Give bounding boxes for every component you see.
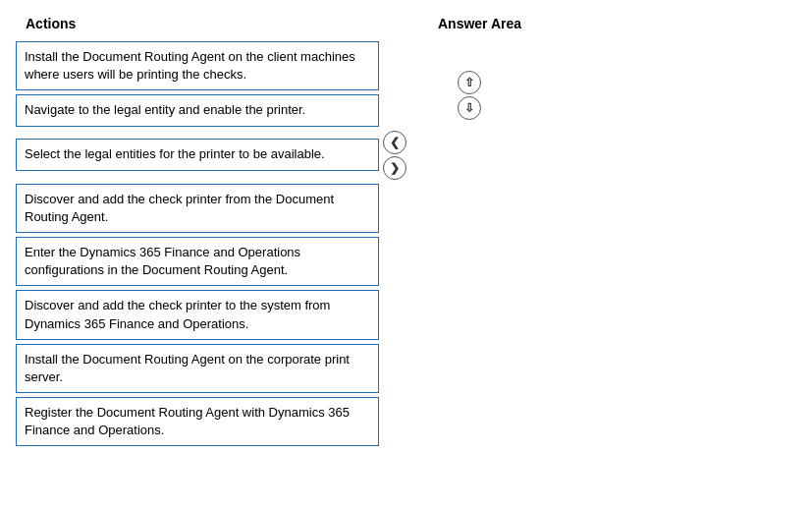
action-item-1[interactable]: Install the Document Routing Agent on th… [16,41,379,90]
answer-area-content: ⇧ ⇩ [438,41,796,120]
answer-header: Answer Area [438,16,796,31]
action-item-1-text: Install the Document Routing Agent on th… [25,49,355,82]
action-item-4[interactable]: Discover and add the check printer from … [16,184,379,233]
action-item-5[interactable]: Enter the Dynamics 365 Finance and Opera… [16,237,379,286]
action-item-6-text: Discover and add the check printer to th… [25,298,330,330]
transfer-right-button[interactable]: ❯ [383,156,406,180]
answer-column: Answer Area ⇧ ⇩ [408,16,796,450]
answer-down-button[interactable]: ⇩ [458,96,481,120]
action-item-8-text: Register the Document Routing Agent with… [25,405,350,437]
transfer-arrows: ❮ ❯ [383,131,406,180]
action-item-3-text: Select the legal entities for the printe… [25,146,325,161]
answer-up-button[interactable]: ⇧ [458,71,481,94]
action-item-7[interactable]: Install the Document Routing Agent on th… [16,344,379,393]
answer-sort-arrows: ⇧ ⇩ [458,71,481,120]
action-item-7-text: Install the Document Routing Agent on th… [25,352,350,384]
action-item-8[interactable]: Register the Document Routing Agent with… [16,397,379,446]
action-item-2-text: Navigate to the legal entity and enable … [25,102,305,117]
action-item-2[interactable]: Navigate to the legal entity and enable … [16,94,379,126]
action-item-4-text: Discover and add the check printer from … [25,192,334,224]
action-item-6[interactable]: Discover and add the check printer to th… [16,290,379,339]
action-item-5-text: Enter the Dynamics 365 Finance and Opera… [25,245,300,277]
actions-column: Actions Install the Document Routing Age… [16,16,408,450]
actions-header: Actions [16,16,408,31]
main-layout: Actions Install the Document Routing Age… [16,16,796,450]
action-item-3-wrapper: Select the legal entities for the printe… [16,131,408,180]
transfer-left-button[interactable]: ❮ [383,131,406,154]
action-item-3[interactable]: Select the legal entities for the printe… [16,139,379,170]
